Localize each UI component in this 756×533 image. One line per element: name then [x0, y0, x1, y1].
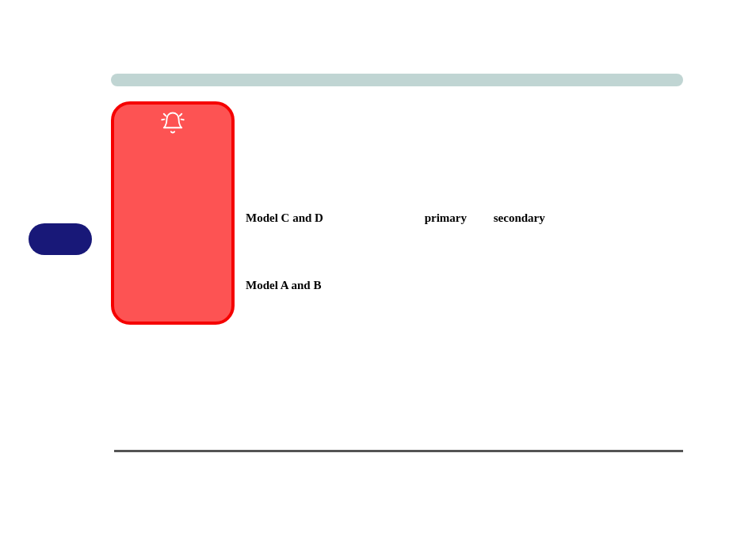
text-row-1: Model C and D primary secondary — [246, 211, 545, 225]
top-bar — [111, 74, 683, 86]
svg-line-3 — [181, 120, 184, 120]
bottom-divider — [114, 450, 683, 452]
blue-pill — [29, 223, 92, 255]
red-card — [111, 101, 235, 325]
secondary-label: secondary — [494, 211, 545, 225]
text-row-2: Model A and B — [246, 279, 321, 292]
model-ab-label: Model A and B — [246, 279, 321, 291]
svg-line-2 — [162, 120, 164, 120]
model-cd-label: Model C and D — [246, 211, 323, 225]
bell-icon — [161, 111, 185, 135]
svg-line-1 — [180, 114, 182, 116]
primary-label: primary — [425, 211, 467, 225]
svg-line-0 — [164, 114, 166, 116]
